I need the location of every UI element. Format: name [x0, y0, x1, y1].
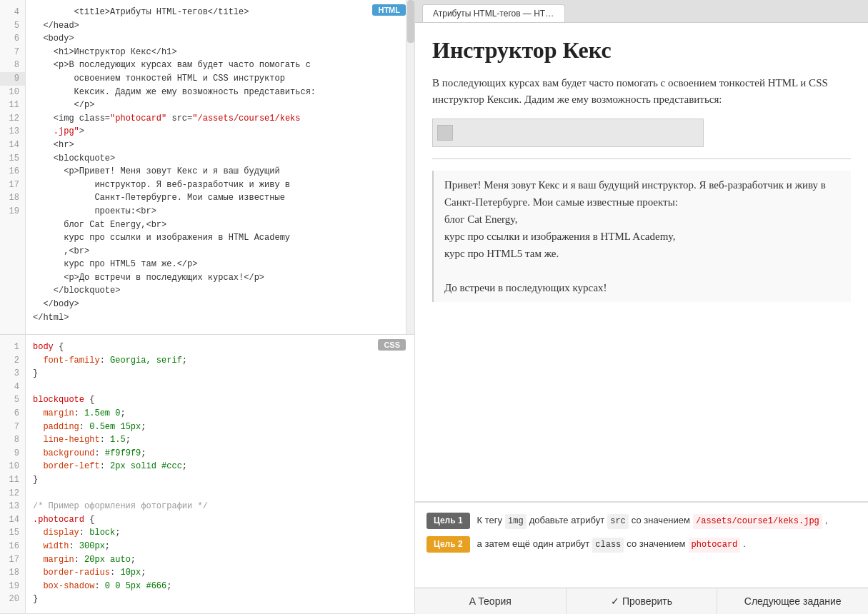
task-row-1: Цель 1 К тегу img добавьте атрибут src с… [426, 513, 857, 529]
preview-area: Инструктор Кекс В последующих курсах вам… [415, 23, 868, 502]
check-label: Проверить [622, 595, 672, 607]
right-panel: Атрибуты HTML-тегов — HTML Ac Инструктор… [414, 0, 868, 614]
css-code[interactable]: body { font-family: Georgia, serif; } bl… [26, 335, 414, 613]
task2-text1: а затем ещё один атрибут [477, 537, 590, 552]
css-line-numbers: 1 2 3 4 5 6 7 8 9 10 11 12 13 14 15 16 1… [0, 335, 26, 613]
tab-bar: Атрибуты HTML-тегов — HTML Ac [415, 0, 868, 23]
check-icon: ✓ [611, 595, 619, 607]
html-code[interactable]: <title>Атрибуты HTML-тегов</title> </hea… [26, 0, 406, 334]
html-line-numbers: 4 5 6 7 8 9 10 11 12 13 14 15 16 17 18 1… [0, 0, 26, 334]
html-badge: HTML [372, 4, 406, 16]
task-row-2: Цель 2 а затем ещё один атрибут class со… [426, 536, 857, 553]
css-editor[interactable]: 1 2 3 4 5 6 7 8 9 10 11 12 13 14 15 16 1… [0, 335, 414, 614]
html-editor[interactable]: 4 5 6 7 8 9 10 11 12 13 14 15 16 17 18 1… [0, 0, 414, 335]
left-panel: 4 5 6 7 8 9 10 11 12 13 14 15 16 17 18 1… [0, 0, 414, 614]
next-button[interactable]: Следующее задание [717, 588, 868, 614]
css-badge: CSS [378, 339, 406, 351]
preview-blockquote: Привет! Меня зовут Кекс и я ваш будущий … [432, 171, 851, 302]
preview-intro: В последующих курсах вам будет часто пом… [432, 75, 851, 107]
goal1-badge: Цель 1 [426, 513, 470, 529]
task-panel: Цель 1 К тегу img добавьте атрибут src с… [415, 502, 868, 588]
preview-image [432, 119, 704, 147]
preview-hr [432, 158, 851, 159]
task2-text2: со значением [627, 537, 685, 552]
task1-value: /assets/course1/keks.jpg [693, 514, 822, 529]
next-label: Следующее задание [744, 595, 842, 607]
task1-text3: со значением [632, 513, 690, 528]
theory-label: Теория [478, 595, 512, 607]
task1-text1: К тегу [477, 513, 502, 528]
task2-value: photocard [689, 538, 741, 553]
goal2-badge: Цель 2 [426, 536, 470, 553]
task1-attr: src [607, 514, 629, 529]
html-scrollbar[interactable] [406, 0, 414, 334]
preview-title: Инструктор Кекс [432, 37, 851, 64]
check-button[interactable]: ✓ Проверить [567, 588, 718, 614]
task1-text2: добавьте атрибут [529, 513, 605, 528]
theory-button[interactable]: A Теория [415, 588, 567, 614]
task1-text4: , [825, 513, 828, 528]
browser-tab[interactable]: Атрибуты HTML-тегов — HTML Ac [422, 4, 565, 22]
task2-text3: . [743, 537, 746, 552]
task1-tag: img [505, 514, 527, 529]
bottom-bar: A Теория ✓ Проверить Следующее задание [415, 588, 868, 614]
task2-attr: class [592, 538, 624, 553]
theory-icon: A [469, 595, 476, 607]
